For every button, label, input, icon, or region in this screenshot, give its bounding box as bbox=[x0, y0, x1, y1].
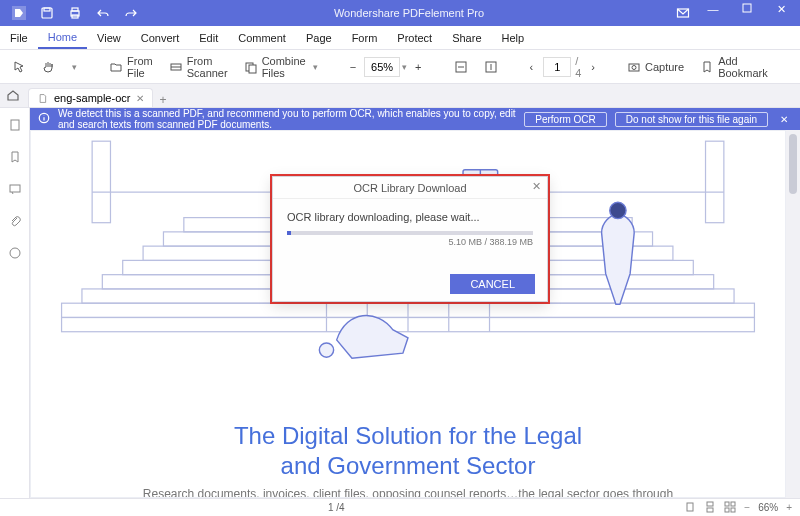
menu-file[interactable]: File bbox=[0, 26, 38, 49]
app-logo-icon bbox=[8, 3, 30, 23]
save-icon[interactable] bbox=[36, 3, 58, 23]
banner-close-button[interactable]: ✕ bbox=[776, 114, 792, 125]
more-tools-icon[interactable] bbox=[8, 246, 22, 264]
svg-point-39 bbox=[319, 343, 333, 357]
thumbnails-icon[interactable] bbox=[8, 118, 22, 136]
svg-rect-7 bbox=[743, 4, 751, 12]
page-next-button[interactable]: › bbox=[585, 58, 601, 76]
status-page: 1 /4 bbox=[328, 502, 345, 513]
svg-rect-46 bbox=[725, 508, 729, 512]
app-title: Wondershare PDFelement Pro bbox=[150, 7, 668, 19]
window-maximize-button[interactable] bbox=[732, 3, 762, 23]
combine-files-button[interactable]: Combine Files▾ bbox=[238, 52, 324, 82]
document-title: The Digital Solution for the Legal and G… bbox=[31, 421, 785, 481]
mail-icon[interactable] bbox=[672, 3, 694, 23]
info-icon bbox=[38, 112, 50, 126]
left-sidebar bbox=[0, 108, 30, 498]
menu-form[interactable]: Form bbox=[342, 26, 388, 49]
page-total: / 4 bbox=[575, 55, 581, 79]
vertical-scrollbar[interactable] bbox=[786, 130, 800, 498]
zoom-out-button[interactable]: − bbox=[344, 58, 362, 76]
status-zoom-value: 66% bbox=[758, 502, 778, 513]
dialog-title: OCR Library Download bbox=[353, 182, 466, 194]
from-scanner-label: From Scanner bbox=[187, 55, 228, 79]
status-zoom-out[interactable]: − bbox=[744, 502, 750, 513]
cancel-button[interactable]: CANCEL bbox=[450, 274, 535, 294]
document-body-text: Research documents, invoices, client fil… bbox=[128, 486, 688, 498]
svg-rect-21 bbox=[92, 141, 110, 223]
tab-filename: eng-sample-ocr bbox=[54, 92, 130, 104]
svg-rect-42 bbox=[707, 502, 713, 506]
redo-icon[interactable] bbox=[120, 3, 142, 23]
svg-rect-45 bbox=[731, 502, 735, 506]
view-single-icon[interactable] bbox=[684, 501, 696, 515]
hand-tool-icon[interactable] bbox=[36, 57, 62, 77]
fit-width-icon[interactable] bbox=[448, 57, 474, 77]
search-icon[interactable] bbox=[794, 57, 800, 77]
svg-rect-10 bbox=[249, 65, 256, 73]
window-close-button[interactable]: ✕ bbox=[766, 3, 796, 23]
add-bookmark-label: Add Bookmark bbox=[718, 55, 768, 79]
bookmarks-icon[interactable] bbox=[8, 150, 22, 168]
download-progress-text: 5.10 MB / 388.19 MB bbox=[287, 237, 533, 247]
progress-fill bbox=[287, 231, 291, 235]
view-grid-icon[interactable] bbox=[724, 501, 736, 515]
svg-rect-2 bbox=[44, 8, 50, 11]
capture-label: Capture bbox=[645, 61, 684, 73]
fit-page-icon[interactable] bbox=[478, 57, 504, 77]
svg-rect-47 bbox=[731, 508, 735, 512]
menu-page[interactable]: Page bbox=[296, 26, 342, 49]
tab-add-button[interactable]: + bbox=[159, 93, 166, 107]
menu-edit[interactable]: Edit bbox=[189, 26, 228, 49]
svg-point-19 bbox=[10, 248, 20, 258]
menu-view[interactable]: View bbox=[87, 26, 131, 49]
from-scanner-button[interactable]: From Scanner bbox=[163, 52, 234, 82]
tab-close-button[interactable]: ✕ bbox=[136, 93, 144, 104]
status-zoom-in[interactable]: + bbox=[786, 502, 792, 513]
svg-rect-17 bbox=[11, 120, 19, 130]
annotations-icon[interactable] bbox=[8, 182, 22, 200]
dialog-close-button[interactable]: ✕ bbox=[532, 180, 541, 193]
svg-rect-41 bbox=[687, 503, 693, 511]
tool-dropdown-icon[interactable]: ▾ bbox=[66, 59, 83, 75]
tabstrip: eng-sample-ocr ✕ + bbox=[0, 84, 800, 108]
menu-home[interactable]: Home bbox=[38, 26, 87, 49]
menu-convert[interactable]: Convert bbox=[131, 26, 190, 49]
scrollbar-thumb[interactable] bbox=[789, 134, 797, 194]
menu-comment[interactable]: Comment bbox=[228, 26, 296, 49]
window-minimize-button[interactable]: — bbox=[698, 3, 728, 23]
ocr-download-dialog: OCR Library Download ✕ OCR library downl… bbox=[272, 176, 548, 302]
document-tab[interactable]: eng-sample-ocr ✕ bbox=[28, 88, 153, 107]
perform-ocr-button[interactable]: Perform OCR bbox=[524, 112, 607, 127]
svg-point-40 bbox=[610, 202, 626, 218]
combine-files-label: Combine Files bbox=[262, 55, 306, 79]
svg-rect-4 bbox=[72, 8, 78, 11]
titlebar: Wondershare PDFelement Pro — ✕ bbox=[0, 0, 800, 26]
zoom-input[interactable] bbox=[364, 57, 400, 77]
banner-dismiss-button[interactable]: Do not show for this file again bbox=[615, 112, 768, 127]
attachments-icon[interactable] bbox=[8, 214, 22, 232]
print-icon[interactable] bbox=[64, 3, 86, 23]
select-tool-icon[interactable] bbox=[6, 57, 32, 77]
svg-rect-22 bbox=[706, 141, 724, 223]
svg-rect-18 bbox=[10, 185, 20, 192]
menu-protect[interactable]: Protect bbox=[387, 26, 442, 49]
menu-help[interactable]: Help bbox=[492, 26, 535, 49]
ocr-banner: We detect this is a scanned PDF, and rec… bbox=[30, 108, 800, 130]
svg-rect-43 bbox=[707, 508, 713, 512]
toolbar: ▾ From File From Scanner Combine Files▾ … bbox=[0, 50, 800, 84]
add-bookmark-button[interactable]: Add Bookmark bbox=[694, 52, 774, 82]
menu-share[interactable]: Share bbox=[442, 26, 491, 49]
svg-rect-44 bbox=[725, 502, 729, 506]
tab-home-icon[interactable] bbox=[6, 88, 20, 104]
statusbar: 1 /4 − 66% + bbox=[0, 498, 800, 516]
page-input[interactable] bbox=[543, 57, 571, 77]
page-prev-button[interactable]: ‹ bbox=[524, 58, 540, 76]
zoom-in-button[interactable]: + bbox=[409, 58, 427, 76]
capture-button[interactable]: Capture bbox=[621, 57, 690, 77]
progress-bar bbox=[287, 231, 533, 235]
undo-icon[interactable] bbox=[92, 3, 114, 23]
view-continuous-icon[interactable] bbox=[704, 501, 716, 515]
from-file-button[interactable]: From File bbox=[103, 52, 159, 82]
dialog-message: OCR library downloading, please wait... bbox=[287, 211, 533, 223]
